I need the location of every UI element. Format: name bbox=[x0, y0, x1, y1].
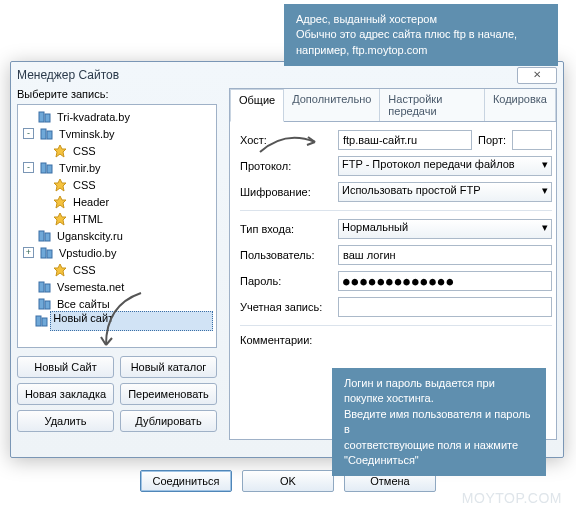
expand-icon[interactable]: + bbox=[23, 247, 34, 258]
tree-item[interactable]: CSS bbox=[21, 261, 213, 278]
svg-rect-12 bbox=[41, 248, 46, 258]
user-label: Пользователь: bbox=[240, 249, 330, 261]
general-form: Хост: Порт: Протокол: FTP - Протокол пер… bbox=[230, 122, 556, 402]
callout-line: Адрес, выданный хостером bbox=[296, 12, 546, 27]
svg-rect-2 bbox=[41, 129, 46, 139]
watermark: MOYTOP.COM bbox=[462, 490, 562, 506]
server-icon bbox=[34, 314, 48, 328]
tree-item-label: Новый сайт bbox=[50, 311, 213, 331]
bookmark-icon bbox=[52, 144, 68, 158]
port-label: Порт: bbox=[478, 134, 506, 146]
server-icon bbox=[38, 127, 54, 141]
svg-rect-6 bbox=[47, 165, 52, 173]
divider bbox=[240, 325, 552, 326]
tree-item-label: CSS bbox=[70, 263, 99, 277]
site-tree[interactable]: Tri-kvadrata.by-Tvminsk.byCSS-Tvmir.byCS… bbox=[17, 104, 217, 348]
new-bookmark-button[interactable]: Новая закладка bbox=[17, 383, 114, 405]
tree-item-label: CSS bbox=[70, 144, 99, 158]
callout-line: Введите имя пользователя и пароль в bbox=[344, 407, 534, 438]
tree-item[interactable]: Все сайты bbox=[21, 295, 213, 312]
svg-marker-4 bbox=[54, 145, 66, 157]
user-input[interactable] bbox=[338, 245, 552, 265]
host-input[interactable] bbox=[338, 130, 472, 150]
account-input[interactable] bbox=[338, 297, 552, 317]
tab-advanced[interactable]: Дополнительно bbox=[284, 89, 380, 121]
server-icon bbox=[38, 161, 54, 175]
svg-rect-19 bbox=[36, 316, 41, 326]
tree-item-label: Uganskcity.ru bbox=[54, 229, 126, 243]
tab-encoding[interactable]: Кодировка bbox=[485, 89, 556, 121]
tree-item-label: HTML bbox=[70, 212, 106, 226]
expand-icon[interactable]: - bbox=[23, 162, 34, 173]
tree-item[interactable]: +Vpstudio.by bbox=[21, 244, 213, 261]
tree-item[interactable]: Новый сайт bbox=[21, 312, 213, 329]
server-icon bbox=[36, 229, 52, 243]
svg-rect-16 bbox=[45, 284, 50, 292]
divider bbox=[240, 210, 552, 211]
server-icon bbox=[36, 280, 52, 294]
connect-button[interactable]: Соединиться bbox=[140, 470, 232, 492]
tree-item-label: Vsemesta.net bbox=[54, 280, 127, 294]
server-icon bbox=[36, 297, 52, 311]
login-type-select[interactable]: Нормальный ▾ bbox=[338, 219, 552, 239]
duplicate-button[interactable]: Дублировать bbox=[120, 410, 217, 432]
tree-item-label: Tri-kvadrata.by bbox=[54, 110, 133, 124]
svg-rect-18 bbox=[45, 301, 50, 309]
tree-item-label: Header bbox=[70, 195, 112, 209]
tree-item-label: Tvminsk.by bbox=[56, 127, 118, 141]
svg-rect-3 bbox=[47, 131, 52, 139]
svg-marker-14 bbox=[54, 264, 66, 276]
new-directory-button[interactable]: Новый каталог bbox=[120, 356, 217, 378]
bookmark-icon bbox=[52, 263, 68, 277]
comment-label: Комментарии: bbox=[240, 334, 330, 346]
protocol-select[interactable]: FTP - Протокол передачи файлов ▾ bbox=[338, 156, 552, 176]
server-icon bbox=[38, 246, 54, 260]
tree-item[interactable]: Tri-kvadrata.by bbox=[21, 108, 213, 125]
callout-line: Обычно это адрес сайта плюс ftp в начале… bbox=[296, 27, 546, 42]
tab-general[interactable]: Общие bbox=[230, 89, 284, 122]
host-row: Порт: bbox=[338, 130, 552, 150]
ok-button[interactable]: OK bbox=[242, 470, 334, 492]
callout-line: соответствующие поля и нажмите "Соединит… bbox=[344, 438, 534, 469]
rename-button[interactable]: Переименовать bbox=[120, 383, 217, 405]
encryption-label: Шифрование: bbox=[240, 186, 330, 198]
callout-line: Логин и пароль выдается при покупке хост… bbox=[344, 376, 534, 407]
password-input[interactable] bbox=[338, 271, 552, 291]
account-label: Учетная запись: bbox=[240, 301, 330, 313]
login-type-label: Тип входа: bbox=[240, 223, 330, 235]
tree-item-label: Vpstudio.by bbox=[56, 246, 119, 260]
bookmark-icon bbox=[52, 212, 68, 226]
svg-rect-1 bbox=[45, 114, 50, 122]
svg-marker-8 bbox=[54, 196, 66, 208]
port-input[interactable] bbox=[512, 130, 552, 150]
svg-rect-17 bbox=[39, 299, 44, 309]
tree-item[interactable]: -Tvmir.by bbox=[21, 159, 213, 176]
protocol-label: Протокол: bbox=[240, 160, 330, 172]
server-icon bbox=[36, 110, 52, 124]
tree-item[interactable]: Header bbox=[21, 193, 213, 210]
encryption-select[interactable]: Использовать простой FTP ▾ bbox=[338, 182, 552, 202]
tree-item-label: Tvmir.by bbox=[56, 161, 104, 175]
delete-button[interactable]: Удалить bbox=[17, 410, 114, 432]
svg-rect-10 bbox=[39, 231, 44, 241]
svg-rect-11 bbox=[45, 233, 50, 241]
svg-marker-7 bbox=[54, 179, 66, 191]
new-site-button[interactable]: Новый Сайт bbox=[17, 356, 114, 378]
tree-item[interactable]: HTML bbox=[21, 210, 213, 227]
tree-item[interactable]: Vsemesta.net bbox=[21, 278, 213, 295]
svg-rect-0 bbox=[39, 112, 44, 122]
tree-item[interactable]: CSS bbox=[21, 142, 213, 159]
svg-rect-20 bbox=[42, 318, 47, 326]
tab-bar: Общие Дополнительно Настройки передачи К… bbox=[230, 89, 556, 122]
close-button[interactable]: ✕ bbox=[517, 67, 557, 84]
tab-transfer[interactable]: Настройки передачи bbox=[380, 89, 485, 121]
tree-item[interactable]: -Tvminsk.by bbox=[21, 125, 213, 142]
password-label: Пароль: bbox=[240, 275, 330, 287]
window-title: Менеджер Сайтов bbox=[17, 68, 517, 82]
tree-item[interactable]: Uganskcity.ru bbox=[21, 227, 213, 244]
svg-marker-9 bbox=[54, 213, 66, 225]
tree-item[interactable]: CSS bbox=[21, 176, 213, 193]
svg-rect-13 bbox=[47, 250, 52, 258]
expand-icon[interactable]: - bbox=[23, 128, 34, 139]
tree-item-label: Все сайты bbox=[54, 297, 113, 311]
